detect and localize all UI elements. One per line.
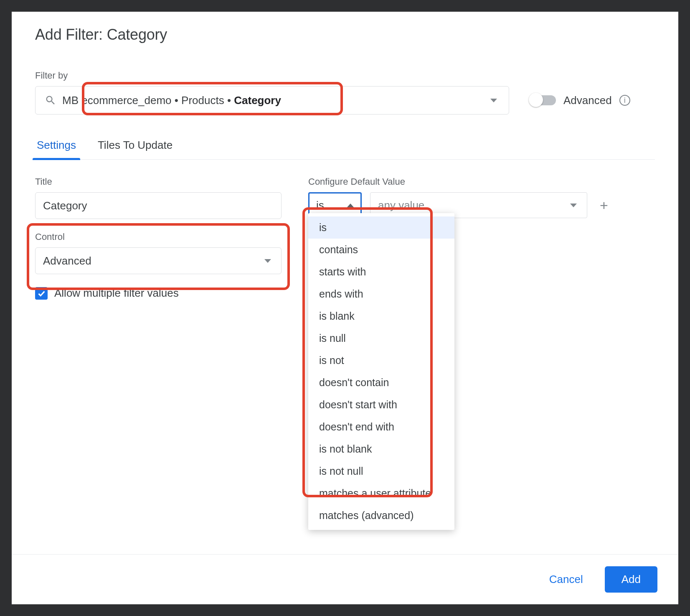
info-icon[interactable]: i: [619, 95, 630, 106]
operator-option[interactable]: is: [308, 216, 454, 239]
cancel-button[interactable]: Cancel: [540, 567, 592, 592]
operator-option[interactable]: ends with: [308, 283, 454, 305]
configure-default-label: Configure Default Value: [308, 176, 655, 187]
operator-option[interactable]: contains: [308, 239, 454, 261]
add-condition-button[interactable]: +: [596, 198, 612, 212]
operator-option[interactable]: matches a user attribute: [308, 482, 454, 504]
control-select[interactable]: Advanced: [35, 247, 282, 274]
search-icon: [45, 94, 56, 106]
operator-option[interactable]: is null: [308, 327, 454, 349]
tab-bar: Settings Tiles To Update: [35, 136, 655, 160]
add-button[interactable]: Add: [605, 566, 657, 593]
advanced-toggle-label: Advanced: [563, 94, 612, 107]
filter-by-path: MB ecommerce_demo • Products • Category: [62, 94, 485, 107]
tab-settings[interactable]: Settings: [35, 136, 78, 159]
chevron-up-icon: [347, 204, 354, 207]
operator-option[interactable]: is not null: [308, 460, 454, 482]
operator-option[interactable]: doesn't end with: [308, 416, 454, 438]
chevron-down-icon: [570, 204, 577, 207]
allow-multiple-values-label: Allow multiple filter values: [54, 287, 179, 300]
title-field-label: Title: [35, 176, 282, 187]
operator-option[interactable]: is not blank: [308, 438, 454, 460]
add-filter-dialog: Add Filter: Category Filter by MB ecomme…: [12, 12, 678, 604]
operator-option[interactable]: doesn't start with: [308, 394, 454, 416]
operator-option[interactable]: is blank: [308, 305, 454, 327]
filter-by-label: Filter by: [35, 70, 655, 81]
chevron-down-icon: [264, 259, 271, 263]
allow-multiple-values-checkbox[interactable]: [35, 287, 48, 300]
title-input[interactable]: Category: [35, 192, 282, 219]
operator-option[interactable]: starts with: [308, 261, 454, 283]
operator-option[interactable]: doesn't contain: [308, 372, 454, 394]
chevron-down-icon: [490, 99, 497, 102]
tab-tiles-to-update[interactable]: Tiles To Update: [96, 136, 174, 159]
dialog-title: Add Filter: Category: [35, 26, 655, 43]
operator-option[interactable]: is not: [308, 349, 454, 372]
filter-by-field[interactable]: MB ecommerce_demo • Products • Category: [35, 86, 509, 115]
control-field-label: Control: [35, 232, 282, 242]
dialog-footer: Cancel Add: [12, 554, 678, 604]
operator-dropdown: iscontainsstarts withends withis blankis…: [308, 213, 454, 530]
operator-option[interactable]: matches (advanced): [308, 504, 454, 527]
advanced-toggle[interactable]: [530, 95, 556, 105]
